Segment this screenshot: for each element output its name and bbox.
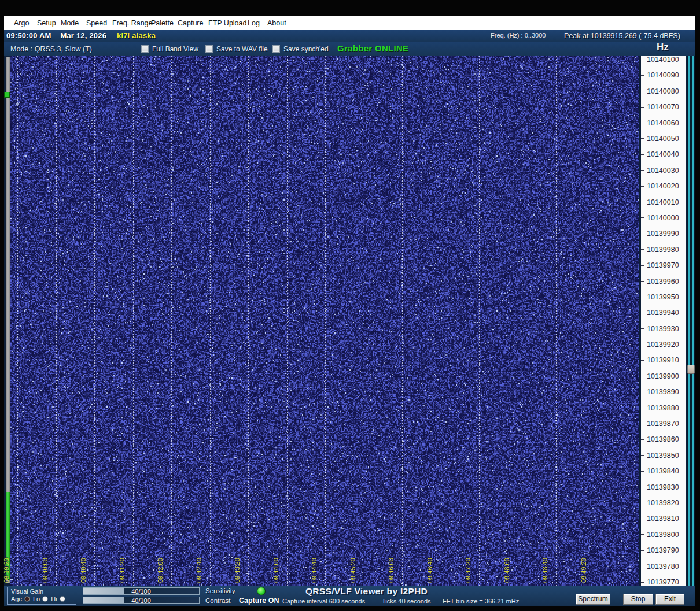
time-tick-label: 09:48:00 (503, 558, 510, 583)
freq-tick-label: 10140090 (641, 71, 679, 79)
freq-tick-label: 10139880 (641, 404, 679, 412)
freq-tick-label: 10139950 (641, 293, 679, 301)
freq-tick-label: 10139910 (641, 356, 679, 364)
scan-progress-track (6, 57, 10, 583)
freq-tick-mark (641, 408, 644, 408)
freq-tick-label: 10139800 (641, 531, 679, 539)
freq-tick-mark (641, 75, 644, 76)
freq-tick-label: 10139980 (641, 246, 679, 254)
freq-tick-mark (641, 328, 644, 329)
save-to-wav-checkbox[interactable] (205, 45, 213, 53)
freq-tick-label: 10140100 (641, 55, 679, 64)
freq-tick-label: 10139770 (641, 578, 679, 586)
time-tick-label: 09:39:20 (3, 558, 10, 583)
freq-tick-label: 10139960 (641, 277, 679, 286)
radio-button[interactable] (42, 596, 48, 602)
freq-tick-mark (641, 123, 644, 123)
freq-tick-mark (641, 503, 644, 503)
freq-range-readout: Freq. (Hz) : 0..3000 (491, 32, 546, 39)
freq-tick-mark (641, 360, 644, 361)
menu-item-about[interactable]: About (265, 16, 289, 30)
menu-item-palette[interactable]: Palette (149, 16, 176, 30)
save-synched-label: Save synch'ed (283, 45, 329, 53)
sensitivity-slider[interactable]: 40/100 (83, 587, 200, 595)
visual-gain-label: Visual Gain (11, 588, 76, 595)
control-bar: Visual Gain AgcLoHi 40/100 40/100 Sensit… (4, 586, 695, 606)
grabber-online-status: Grabber ONLINE (337, 43, 408, 53)
full-band-view-label: Full Band View (152, 45, 198, 53)
save-to-wav-label: Save to WAV file (216, 45, 268, 53)
visual-gain-option-hi[interactable]: Hi (51, 595, 65, 602)
menu-bar: ArgoSetupModeSpeedFreq. RangePaletteCapt… (4, 16, 695, 30)
scrollbar-thumb[interactable] (687, 365, 695, 374)
freq-tick-mark (641, 249, 644, 250)
time-tick-label: 09:45:20 (349, 558, 356, 583)
time-tick-label: 09:49:20 (580, 558, 587, 583)
freq-tick-label: 10139920 (641, 340, 679, 349)
menu-item-log[interactable]: Log (245, 16, 262, 30)
menu-item-ftp-upload[interactable]: FTP Upload (206, 16, 249, 30)
freq-tick-label: 10139820 (641, 499, 679, 507)
freq-tick-mark (641, 519, 644, 519)
ticks-info: Ticks 40 seconds (382, 598, 431, 605)
exit-button[interactable]: Exit (655, 594, 684, 605)
freq-tick-mark (641, 265, 644, 266)
freq-tick-mark (641, 186, 644, 187)
waterfall-display[interactable] (10, 56, 639, 586)
freq-tick-label: 10140020 (641, 182, 679, 190)
radio-button[interactable] (60, 596, 65, 602)
mode-label: Mode : QRSS 3, Slow (T) (10, 45, 92, 53)
menu-item-freq-range[interactable]: Freq. Range (110, 16, 154, 30)
freq-tick-mark (641, 455, 644, 456)
peak-readout: Peak at 10139915.269 (-75.4 dBFS) (564, 32, 680, 40)
time-tick-label: 09:44:00 (272, 558, 279, 583)
freq-tick-label: 10140040 (641, 150, 679, 158)
menu-item-mode[interactable]: Mode (58, 16, 81, 30)
capture-led-indicator (257, 587, 266, 595)
frequency-offset-scrollbar[interactable] (687, 56, 695, 586)
visual-gain-group: Visual Gain AgcLoHi (7, 587, 76, 605)
freq-tick-label: 10140050 (641, 135, 679, 143)
visual-gain-option-lo[interactable]: Lo (33, 595, 48, 602)
current-time: 09:50:00 AM (6, 31, 51, 40)
datetime-callsign: 09:50:00 AM Mar 12, 2026 kl7l alaska (6, 31, 156, 40)
freq-tick-mark (641, 170, 644, 171)
radio-label: Hi (51, 595, 57, 602)
freq-tick-mark (641, 424, 644, 424)
menu-item-setup[interactable]: Setup (35, 16, 58, 30)
freq-tick-label: 10139810 (641, 514, 679, 523)
freq-tick-label: 10140000 (641, 214, 679, 222)
radio-button[interactable] (24, 596, 30, 602)
freq-tick-label: 10139850 (641, 451, 679, 460)
radio-label: Lo (33, 595, 40, 602)
capture-status: Capture ON (239, 597, 279, 605)
freq-tick-label: 10139990 (641, 229, 679, 238)
freq-tick-label: 10139790 (641, 546, 679, 554)
freq-tick-label: 10140070 (641, 103, 679, 111)
freq-tick-label: 10139830 (641, 483, 679, 491)
freq-tick-mark (641, 534, 644, 535)
menu-item-speed[interactable]: Speed (84, 16, 109, 30)
freq-tick-label: 10140010 (641, 198, 679, 206)
spectrum-button[interactable]: Spectrum (576, 594, 610, 605)
freq-tick-mark (641, 60, 644, 60)
freq-tick-label: 10140080 (641, 87, 679, 95)
freq-tick-mark (641, 234, 644, 234)
menu-item-argo[interactable]: Argo (12, 16, 31, 30)
time-tick-label: 09:40:40 (80, 558, 87, 583)
time-tick-label: 09:44:40 (311, 558, 318, 583)
stop-button[interactable]: Stop (623, 594, 653, 605)
menu-item-capture[interactable]: Capture (175, 16, 205, 30)
time-tick-label: 09:42:40 (196, 558, 202, 583)
freq-tick-mark (641, 313, 644, 313)
freq-tick-mark (641, 566, 644, 566)
callsign-label: kl7l alaska (117, 31, 156, 40)
visual-gain-option-agc[interactable]: Agc (11, 595, 30, 602)
contrast-slider[interactable]: 40/100 (83, 597, 200, 604)
save-synched-checkbox[interactable] (272, 45, 280, 53)
freq-tick-label: 10139940 (641, 309, 679, 317)
freq-tick-mark (641, 345, 644, 345)
freq-tick-mark (641, 297, 644, 297)
time-tick-label: 09:43:20 (234, 558, 241, 583)
full-band-view-checkbox[interactable] (141, 45, 149, 53)
